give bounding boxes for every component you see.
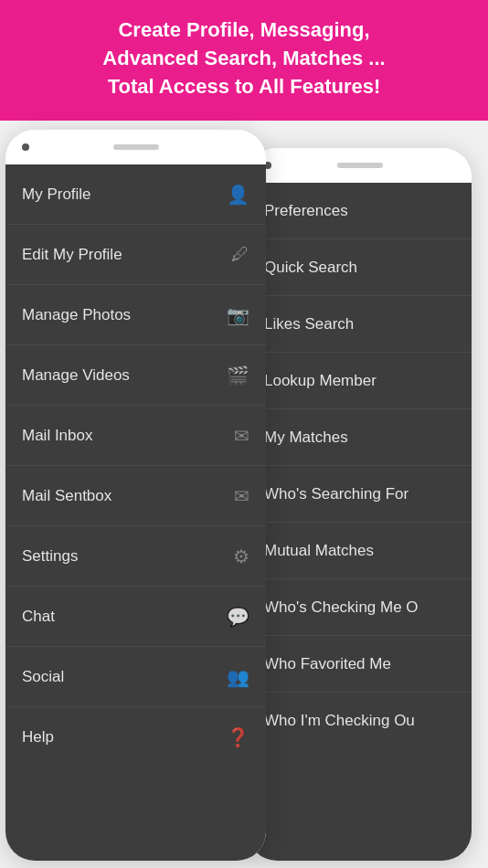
- menu-item-label: Who's Searching For: [264, 485, 408, 503]
- menu-item-label: Social: [22, 668, 64, 686]
- menu-item-label: Mutual Matches: [264, 542, 374, 560]
- menu-item-label: Chat: [22, 608, 55, 626]
- right-menu-item[interactable]: Mutual Matches: [248, 523, 472, 579]
- menu-item-icon: ✉: [234, 425, 249, 447]
- phone-right: Preferences Quick Search Likes Search Lo…: [248, 148, 472, 861]
- menu-item-icon: 👤: [227, 184, 249, 206]
- menu-item-label: Who I'm Checking Ou: [264, 712, 415, 730]
- left-menu-item[interactable]: My Profile 👤: [5, 164, 266, 225]
- header-title: Create Profile, Messaging, Advanced Sear…: [18, 16, 470, 101]
- left-menu-item[interactable]: Mail Inbox ✉: [5, 406, 266, 466]
- menu-item-label: Manage Videos: [22, 366, 130, 385]
- right-menu-item[interactable]: Preferences: [248, 183, 472, 239]
- right-menu-item[interactable]: Who's Searching For: [248, 466, 472, 523]
- right-menu-item[interactable]: Who I'm Checking Ou: [248, 693, 472, 749]
- right-menu-item[interactable]: Who Favorited Me: [248, 636, 472, 693]
- menu-item-icon: 🎬: [227, 365, 249, 386]
- menu-item-label: Settings: [22, 547, 78, 566]
- menu-item-icon: 🖊: [231, 244, 249, 265]
- left-menu-item[interactable]: Social 👥: [5, 647, 266, 707]
- right-menu-item[interactable]: Quick Search: [248, 239, 472, 296]
- right-menu-item[interactable]: Lookup Member: [248, 353, 472, 409]
- left-menu-list: My Profile 👤 Edit My Profile 🖊 Manage Ph…: [5, 164, 266, 861]
- right-menu-item[interactable]: Who's Checking Me O: [248, 579, 472, 636]
- menu-item-label: My Matches: [264, 429, 348, 447]
- menu-item-label: Mail Inbox: [22, 427, 92, 445]
- menu-item-icon: 👥: [227, 666, 249, 688]
- menu-item-label: Edit My Profile: [22, 246, 122, 264]
- menu-item-label: Lookup Member: [264, 372, 377, 390]
- phone-topbar-right: [248, 148, 472, 183]
- menu-item-label: My Profile: [22, 185, 91, 204]
- phone-left: My Profile 👤 Edit My Profile 🖊 Manage Ph…: [5, 130, 266, 861]
- menu-item-icon: 💬: [227, 606, 249, 628]
- left-menu-item[interactable]: Edit My Profile 🖊: [5, 225, 266, 285]
- menu-item-label: Likes Search: [264, 315, 354, 333]
- phone-topbar-left: [5, 130, 266, 164]
- menu-item-label: Who's Checking Me O: [264, 598, 419, 617]
- right-menu-item[interactable]: My Matches: [248, 409, 472, 466]
- menu-item-label: Manage Photos: [22, 306, 131, 324]
- left-menu-item[interactable]: Help ❓: [5, 707, 266, 767]
- left-menu-item[interactable]: Mail Sentbox ✉: [5, 466, 266, 526]
- menu-item-icon: ❓: [227, 726, 249, 748]
- header-banner: Create Profile, Messaging, Advanced Sear…: [0, 0, 488, 121]
- menu-item-icon: ⚙: [233, 545, 249, 567]
- speaker-right: [337, 163, 383, 168]
- speaker-left: [113, 144, 159, 150]
- menu-item-label: Preferences: [264, 202, 348, 220]
- left-menu-item[interactable]: Manage Photos 📷: [5, 285, 266, 345]
- phones-area: My Profile 👤 Edit My Profile 🖊 Manage Ph…: [0, 121, 488, 868]
- menu-item-icon: ✉: [234, 485, 249, 507]
- menu-item-label: Mail Sentbox: [22, 487, 111, 505]
- menu-item-icon: 📷: [227, 304, 249, 326]
- left-menu-item[interactable]: Manage Videos 🎬: [5, 345, 266, 406]
- menu-item-label: Who Favorited Me: [264, 655, 391, 673]
- left-menu-item[interactable]: Settings ⚙: [5, 526, 266, 587]
- camera-left: [22, 143, 29, 151]
- left-menu-item[interactable]: Chat 💬: [5, 587, 266, 647]
- right-menu-item[interactable]: Likes Search: [248, 296, 472, 353]
- menu-item-label: Quick Search: [264, 259, 357, 277]
- menu-item-label: Help: [22, 728, 54, 746]
- right-menu-list: Preferences Quick Search Likes Search Lo…: [248, 183, 472, 861]
